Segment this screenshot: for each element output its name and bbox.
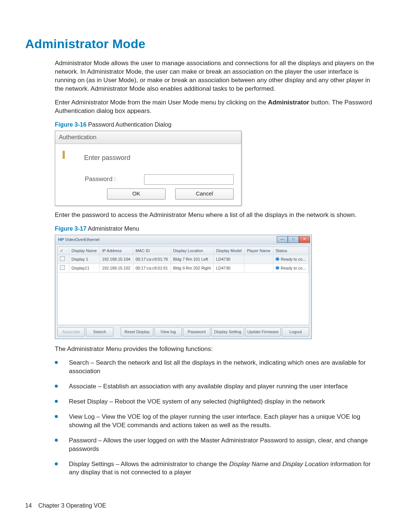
search-button[interactable]: Search xyxy=(86,327,113,337)
window-controls: — □ ✕ xyxy=(277,236,310,243)
table-row[interactable]: Display11 192.168.15.102 00:17:ca:c9:01:… xyxy=(58,264,309,272)
intro-para-2: Enter Administrator Mode from the main U… xyxy=(55,98,375,116)
list-item: View Log – View the VOE log of the playe… xyxy=(55,413,375,430)
list-item: Password – Allows the user logged on wit… xyxy=(55,436,375,454)
figure-3-17-caption: Figure 3-17 Administrator Menu xyxy=(55,225,375,233)
password-button[interactable]: Password xyxy=(183,327,210,337)
checkbox-icon[interactable] xyxy=(60,256,65,261)
functions-intro: The Administrator Menu provides the foll… xyxy=(55,345,375,354)
intro-para-3: Enter the password to access the Adminis… xyxy=(55,211,375,220)
close-icon[interactable]: ✕ xyxy=(299,236,310,243)
figure-3-16-caption: Figure 3-16 Password Authentication Dial… xyxy=(55,121,375,129)
intro-para-1: Administrator Mode allows the user to ma… xyxy=(55,59,375,93)
list-item: Search – Search the network and list all… xyxy=(55,359,375,376)
table-row[interactable]: Display 1 192.168.15.104 00:17:ca:c9:01:… xyxy=(58,255,309,264)
password-label: Password : xyxy=(85,175,133,184)
lock-icon xyxy=(63,151,75,164)
enter-password-label: Enter password xyxy=(84,153,130,162)
associate-button[interactable]: Associate xyxy=(57,327,85,337)
status-dot-icon xyxy=(276,266,279,270)
section-heading: Administrator Mode xyxy=(25,36,375,53)
list-item: Associate – Establish an association wit… xyxy=(55,382,375,391)
table-header-row: ✓ Display Name IP Address MAC ID Display… xyxy=(58,247,309,255)
logout-button[interactable]: Logout xyxy=(282,327,309,337)
minimize-icon[interactable]: — xyxy=(277,236,288,243)
display-setting-button[interactable]: Display Setting xyxy=(211,327,244,337)
checkbox-icon[interactable] xyxy=(60,265,65,270)
view-log-button[interactable]: View log xyxy=(154,327,182,337)
list-item: Display Settings – Allows the administra… xyxy=(55,460,375,477)
list-item: Reset Display – Reboot the VOE system of… xyxy=(55,398,375,406)
dialog-title: Authentication xyxy=(55,131,241,144)
window-title: HP VideoOverEthernet xyxy=(58,237,100,242)
authentication-dialog: Authentication Enter password Password :… xyxy=(55,131,241,206)
ok-button[interactable]: OK xyxy=(107,188,166,200)
reset-display-button[interactable]: Reset Display xyxy=(121,327,153,337)
maximize-icon[interactable]: □ xyxy=(288,236,299,243)
function-list: Search – Search the network and list all… xyxy=(55,359,375,477)
status-dot-icon xyxy=(276,257,279,261)
update-firmware-button[interactable]: Update Firmware xyxy=(245,327,281,337)
displays-table: ✓ Display Name IP Address MAC ID Display… xyxy=(58,247,309,273)
administrator-menu-window: HP VideoOverEthernet — □ ✕ ✓ Display Nam… xyxy=(55,235,312,339)
page-footer: 14 Chapter 3 Operating VOE xyxy=(25,502,106,510)
password-input[interactable] xyxy=(144,174,234,185)
cancel-button[interactable]: Cancel xyxy=(175,188,234,200)
